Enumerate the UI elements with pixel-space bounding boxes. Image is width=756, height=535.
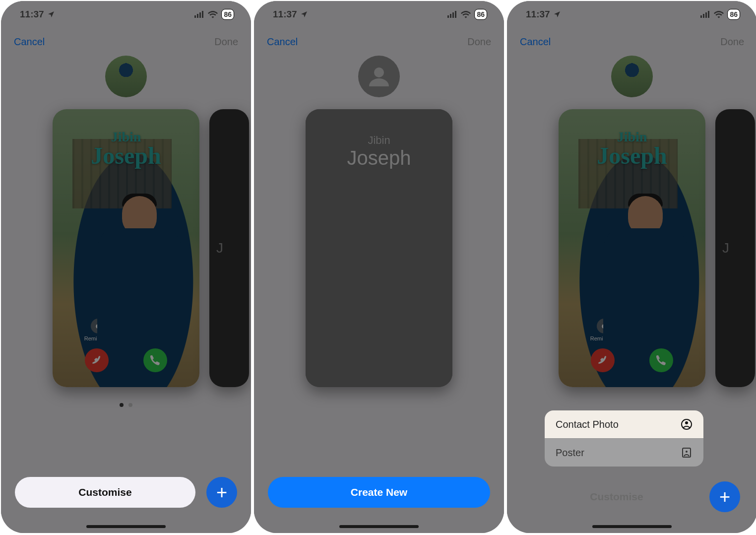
bottom-action-bar: Create New	[254, 472, 504, 512]
poster-card[interactable]: Jibin Joseph Remind Me Message	[559, 109, 705, 387]
status-bar: 11:37 86	[254, 1, 504, 28]
svg-rect-13	[708, 11, 709, 18]
plus-icon: +	[216, 482, 227, 503]
done-button[interactable]: Done	[720, 36, 744, 48]
avatar-photo	[105, 56, 147, 97]
poster-name: Jibin Joseph	[53, 129, 199, 169]
svg-rect-8	[455, 11, 456, 18]
home-indicator[interactable]	[592, 525, 672, 528]
alarm-icon	[91, 319, 106, 334]
call-buttons-row	[53, 348, 199, 372]
customise-options-popover: Contact Photo Poster	[545, 410, 703, 467]
customise-label: Customise	[524, 491, 709, 503]
battery-indicator: 86	[474, 9, 487, 20]
decline-call-button[interactable]	[591, 348, 615, 372]
home-indicator[interactable]	[86, 525, 166, 528]
message-action[interactable]: Message	[146, 319, 168, 341]
wifi-icon	[208, 10, 218, 18]
cellular-signal-icon	[447, 11, 457, 18]
plus-icon: +	[719, 486, 730, 508]
message-icon	[149, 319, 164, 334]
cancel-button[interactable]: Cancel	[520, 36, 551, 48]
wifi-icon	[714, 10, 724, 18]
phone-screen-1: 11:37 86 Cancel Done	[1, 1, 251, 533]
alarm-icon	[597, 319, 612, 334]
svg-rect-6	[450, 14, 451, 18]
status-bar: 11:37 86	[507, 1, 756, 28]
option-contact-photo[interactable]: Contact Photo	[545, 410, 703, 438]
contact-avatar-placeholder[interactable]	[358, 56, 400, 97]
poster-card-next[interactable]: J	[209, 109, 249, 387]
person-icon	[367, 65, 391, 88]
poster-carousel[interactable]: Jibin Joseph Remind Me Message	[1, 109, 251, 397]
add-button[interactable]: +	[709, 481, 740, 512]
customise-button[interactable]: Customise	[15, 477, 195, 508]
message-icon	[655, 319, 670, 334]
cellular-signal-icon	[700, 11, 710, 18]
poster-icon	[681, 447, 693, 459]
bottom-action-bar: Customise +	[507, 481, 756, 512]
contact-avatar[interactable]	[105, 56, 147, 97]
done-button[interactable]: Done	[467, 36, 491, 48]
location-icon	[553, 10, 561, 18]
remind-me-action[interactable]: Remind Me	[84, 319, 112, 341]
contact-avatar[interactable]	[611, 56, 653, 97]
svg-point-14	[602, 324, 606, 329]
remind-me-action[interactable]: Remind Me	[590, 319, 618, 341]
done-button[interactable]: Done	[214, 36, 238, 48]
cancel-button[interactable]: Cancel	[14, 36, 45, 48]
nav-bar: Cancel Done	[1, 28, 251, 56]
accept-call-button[interactable]	[649, 348, 673, 372]
svg-rect-1	[197, 14, 198, 18]
poster-card-plain[interactable]: Jibin Joseph	[306, 109, 452, 387]
location-icon	[300, 10, 308, 18]
phone-screen-2: 11:37 86 Cancel Done Jibin Joseph	[254, 1, 504, 533]
option-poster[interactable]: Poster	[545, 438, 703, 467]
poster-photo-bg: Jibin Joseph Remind Me Message	[559, 109, 705, 387]
svg-point-4	[96, 324, 100, 329]
poster-photo-bg: Jibin Joseph Remind Me Message	[53, 109, 199, 387]
battery-indicator: 86	[727, 9, 740, 20]
svg-point-18	[686, 451, 688, 453]
call-options-row: Remind Me Message	[53, 319, 199, 341]
svg-rect-10	[700, 15, 702, 18]
cancel-button[interactable]: Cancel	[267, 36, 298, 48]
svg-rect-12	[705, 12, 707, 18]
bottom-action-bar: Customise +	[1, 472, 251, 512]
wifi-icon	[461, 10, 471, 18]
status-time: 11:37	[526, 9, 550, 20]
add-button[interactable]: +	[206, 477, 237, 508]
poster-card-next[interactable]: J	[715, 109, 755, 387]
poster-card[interactable]: Jibin Joseph Remind Me Message	[53, 109, 199, 387]
status-time: 11:37	[20, 9, 44, 20]
svg-rect-3	[202, 11, 203, 18]
status-time: 11:37	[273, 9, 297, 20]
battery-indicator: 86	[221, 9, 234, 20]
call-options-row: Remind Me Message	[559, 319, 705, 341]
page-dot	[128, 403, 132, 407]
poster-carousel[interactable]: Jibin Joseph	[254, 109, 504, 397]
svg-point-9	[374, 67, 384, 77]
contact-first-name: Jibin	[368, 134, 390, 147]
svg-rect-0	[194, 15, 196, 18]
poster-plain-bg: Jibin Joseph	[306, 109, 452, 387]
svg-point-16	[685, 421, 688, 424]
page-indicator	[1, 403, 251, 407]
location-icon	[47, 10, 55, 18]
poster-carousel[interactable]: Jibin Joseph Remind Me Message	[507, 109, 756, 397]
avatar-photo	[611, 56, 653, 97]
create-new-button[interactable]: Create New	[268, 477, 490, 508]
svg-rect-7	[452, 12, 454, 18]
message-action[interactable]: Message	[652, 319, 674, 341]
contact-last-name: Joseph	[559, 142, 705, 169]
page-dot	[120, 403, 124, 407]
accept-call-button[interactable]	[143, 348, 167, 372]
cellular-signal-icon	[194, 11, 204, 18]
poster-name: Jibin Joseph	[559, 129, 705, 169]
svg-rect-5	[447, 15, 449, 18]
nav-bar: Cancel Done	[507, 28, 756, 56]
phone-screen-3: 11:37 86 Cancel Done	[507, 1, 756, 533]
contact-last-name: Joseph	[347, 147, 411, 169]
home-indicator[interactable]	[339, 525, 419, 528]
decline-call-button[interactable]	[85, 348, 109, 372]
